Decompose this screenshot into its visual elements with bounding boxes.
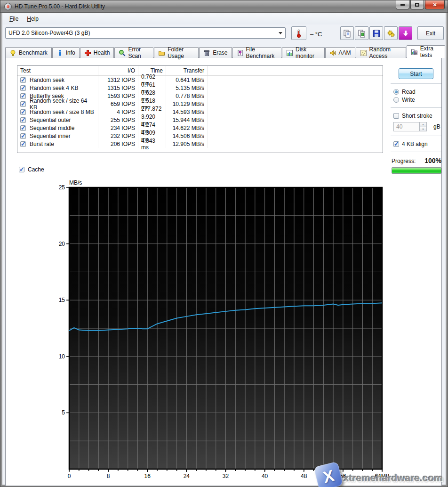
test-checkbox[interactable] (20, 125, 26, 131)
filler-cell (208, 100, 383, 108)
table-row[interactable]: Burst rate206 IOPS4.843 ms12.905 MB/s (17, 140, 383, 148)
close-button[interactable]: ✕ (425, 0, 445, 9)
thermometer-icon (295, 29, 303, 38)
x-axis-label: 32 (223, 473, 229, 479)
table-row[interactable]: Sequential middle234 IOPS4.274 ms14.622 … (17, 124, 383, 132)
health-cross-icon (84, 49, 91, 57)
transfer-cell: 14.622 MB/s (166, 124, 208, 132)
tab-aam[interactable]: AAM (325, 47, 355, 58)
test-name: Sequential middle (30, 125, 74, 131)
test-name: Random seek / size 8 MB (30, 109, 94, 115)
write-radio[interactable] (393, 97, 399, 103)
minimize-icon (400, 4, 405, 6)
progress-bar (392, 167, 441, 174)
short-stroke-option[interactable]: Short stroke (393, 113, 442, 119)
separator (391, 83, 441, 84)
table-row[interactable]: Random seek1312 IOPS0.762 ms0.641 MB/s (17, 76, 383, 84)
test-checkbox[interactable] (20, 141, 26, 147)
test-checkbox[interactable] (20, 133, 26, 139)
tab-folder-usage[interactable]: Folder Usage (154, 47, 199, 58)
test-name-cell: Sequential inner (17, 132, 98, 140)
cache-checkbox[interactable] (19, 167, 24, 172)
menu-help[interactable]: Help (23, 14, 43, 24)
download-button[interactable] (399, 26, 412, 40)
align-checkbox[interactable] (393, 141, 399, 147)
y-axis-label: 20 (59, 241, 65, 247)
header-transfer[interactable]: Transfer (166, 66, 208, 75)
y-axis-label: 25 (59, 184, 65, 191)
table-row[interactable]: Random seek / size 8 MB4 IOPS277.872 ...… (17, 108, 383, 116)
speaker-icon (329, 49, 336, 57)
io-cell: 255 IOPS (98, 116, 138, 124)
client-area: File Help UFD 2.0 Silicon-Power4G (3 gB)… (2, 13, 446, 485)
temperature-button[interactable] (291, 26, 306, 40)
table-row[interactable]: Random seek / size 64 KB659 IOPS1.518 ms… (17, 100, 383, 108)
combo-arrow-button[interactable] (277, 29, 284, 37)
info-icon (56, 49, 64, 57)
lightbulb-icon (9, 49, 16, 57)
maximize-button[interactable] (410, 0, 424, 9)
test-checkbox[interactable] (20, 109, 26, 115)
extra-tests-page: Test I/O Time Transfer Random seek1312 I… (5, 57, 442, 486)
table-header: Test I/O Time Transfer (17, 66, 383, 76)
test-name-cell: Random seek / size 64 KB (17, 100, 98, 108)
tab-random-access[interactable]: Random Access (356, 47, 406, 58)
filler-cell (208, 132, 383, 140)
copy-text-button[interactable] (340, 26, 354, 40)
tab-extra-tests[interactable]: Extra tests (407, 45, 445, 58)
x-axis-label: 0 (68, 473, 71, 479)
table-row[interactable]: Random seek 4 KB1315 IOPS0.761 ms5.135 M… (17, 84, 383, 92)
progress-row: Progress: 100% (392, 157, 442, 164)
test-name-cell: Random seek / size 8 MB (17, 108, 98, 116)
tab-disk-monitor[interactable]: Disk monitor (282, 47, 325, 58)
minimize-button[interactable] (396, 0, 409, 9)
size-stepper[interactable]: ▲ ▼ (420, 122, 427, 131)
filler-cell (208, 108, 383, 116)
transfer-cell: 5.135 MB/s (166, 84, 208, 92)
align-option[interactable]: 4 KB align (393, 141, 442, 147)
io-cell: 1315 IOPS (98, 84, 138, 92)
test-name-cell: Burst rate (17, 140, 98, 148)
stepper-up-icon[interactable]: ▲ (420, 122, 426, 127)
device-select[interactable]: UFD 2.0 Silicon-Power4G (3 gB) (5, 27, 286, 39)
stepper-down-icon[interactable]: ▼ (420, 127, 426, 131)
gears-icon (387, 29, 395, 38)
separator (391, 107, 441, 108)
tab-error-scan[interactable]: Error Scan (114, 47, 153, 58)
read-radio[interactable] (393, 89, 399, 95)
size-input[interactable]: 40 (393, 122, 420, 131)
table-row[interactable]: Sequential inner232 IOPS4.309 ms14.506 M… (17, 132, 383, 140)
tab-info[interactable]: Info (52, 47, 80, 58)
extra-tests-icon (411, 49, 418, 56)
test-checkbox[interactable] (20, 85, 26, 91)
magnifier-icon (119, 49, 126, 57)
io-cell: 232 IOPS (98, 132, 138, 140)
progress-label: Progress: (392, 158, 416, 164)
menu-file[interactable]: File (5, 14, 23, 24)
header-filler (208, 66, 383, 75)
io-cell: 234 IOPS (98, 124, 138, 132)
options-button[interactable] (384, 26, 398, 40)
exit-button[interactable]: Exit (417, 26, 444, 40)
copy-image-button[interactable] (355, 26, 368, 40)
test-checkbox[interactable] (20, 117, 26, 123)
table-row[interactable]: Sequential outer255 IOPS3.920 ms15.944 M… (17, 116, 383, 124)
header-test[interactable]: Test (17, 66, 98, 75)
tab-benchmark[interactable]: Benchmark (5, 47, 52, 58)
tab-file-benchmark[interactable]: File Benchmark (232, 47, 282, 58)
io-cell: 659 IOPS (98, 100, 138, 108)
short-stroke-checkbox[interactable] (393, 113, 399, 119)
tab-strip: Benchmark Info Health Error Scan Folder … (5, 45, 446, 58)
tab-erase[interactable]: Erase (199, 47, 232, 58)
test-checkbox[interactable] (20, 77, 26, 83)
cache-option[interactable]: Cache (19, 166, 44, 173)
start-button[interactable]: Start (399, 68, 433, 79)
test-checkbox[interactable] (20, 101, 26, 107)
header-io[interactable]: I/O (98, 66, 138, 75)
test-name: Random seek 4 KB (30, 85, 78, 91)
save-button[interactable] (369, 26, 383, 40)
tab-health[interactable]: Health (80, 47, 114, 58)
write-option[interactable]: Write (393, 97, 442, 103)
test-checkbox[interactable] (20, 93, 26, 99)
read-option[interactable]: Read (393, 89, 442, 95)
